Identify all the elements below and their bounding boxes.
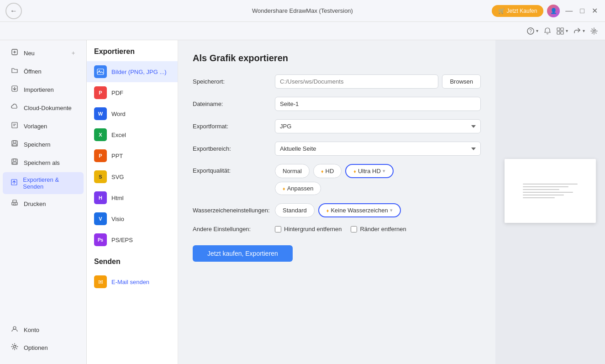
titlebar: ← Wondershare EdrawMax (Testversion) 🛒 J… [0, 0, 605, 22]
notification-icon[interactable] [544, 27, 551, 35]
raender-checkbox[interactable] [351, 226, 357, 232]
svg-rect-20 [13, 162, 16, 164]
page-title: Als Grafik exportieren [193, 53, 481, 63]
html-label: Html [111, 195, 124, 201]
app-title: Wondershare EdrawMax (Testversion) [252, 7, 353, 14]
quality-hd-button[interactable]: ♦ HD [313, 164, 342, 178]
back-button[interactable]: ← [5, 3, 22, 19]
exportformat-select[interactable]: JPG PNG BMP SVG TIFF [275, 119, 481, 133]
sidebar-item-cloud[interactable]: Cloud-Dokumente [3, 99, 84, 116]
hintergrund-label: Hintergrund entfernen [284, 226, 342, 232]
sidebar-label-drucken: Drucken [24, 200, 46, 207]
speicherort-input[interactable] [275, 74, 438, 89]
svg-rect-2 [557, 28, 560, 31]
cart-icon: 🛒 [498, 8, 505, 14]
word-icon: W [94, 107, 107, 120]
grid-icon[interactable]: ▾ [557, 27, 568, 35]
preview-area [495, 40, 605, 364]
neu-icon [10, 48, 19, 58]
help-icon[interactable]: ? ▾ [527, 27, 538, 35]
quality-normal-button[interactable]: Normal [275, 164, 310, 178]
sidebar-item-neu[interactable]: Neu ＋ [3, 44, 84, 62]
maximize-button[interactable]: □ [578, 5, 586, 17]
sidebar-item-exportieren[interactable]: Exportieren & Senden [3, 172, 84, 194]
checkbox-hintergrund[interactable]: Hintergrund entfernen [275, 226, 342, 232]
speichern-als-icon [10, 158, 19, 167]
preview-line-3 [523, 189, 559, 190]
close-button[interactable]: ✕ [590, 5, 600, 17]
browse-button[interactable]: Browsen [442, 74, 481, 89]
sidebar-item-speichern-als[interactable]: Speichern als [3, 154, 84, 171]
sidebar-item-drucken[interactable]: Drucken [3, 195, 84, 212]
form-row-exportqualitaet: Exportqualität: Normal ♦ HD ♦ Ultra HD ▾ [193, 164, 481, 195]
ppt-icon: P [94, 149, 107, 162]
speicherort-label: Speicherort: [193, 78, 275, 85]
exportqualitaet-label: Exportqualität: [193, 164, 275, 174]
dateiname-input[interactable] [275, 97, 481, 111]
export-item-ps[interactable]: Ps PS/EPS [87, 229, 178, 250]
quality-anpassen-label: Anpassen [287, 185, 314, 192]
quality-anpassen-button[interactable]: ♦ Anpassen [275, 182, 321, 195]
sidebar-label-optionen: Optionen [24, 344, 48, 351]
drucken-icon [10, 199, 19, 208]
email-label: E-Mail senden [111, 279, 149, 285]
checkbox-raender[interactable]: Ränder entfernen [351, 226, 406, 232]
toolbar: ? ▾ ▾ ▾ [0, 22, 605, 40]
ps-label: PS/EPS [111, 237, 133, 243]
email-icon: ✉ [94, 275, 107, 288]
preview-line-2 [523, 186, 568, 187]
export-item-bilder[interactable]: Bilder (PNG, JPG ...) [87, 61, 178, 82]
sidebar-label-konto: Konto [24, 327, 39, 333]
sidebar-item-vorlagen[interactable]: Vorlagen [3, 117, 84, 135]
sidebar-item-speichern[interactable]: Speichern [3, 136, 84, 153]
preview-line-4 [523, 192, 573, 193]
preview-line-5 [523, 195, 564, 195]
exportbereich-select[interactable]: Aktuelle Seite Alle Seiten Ausgewählte O… [275, 142, 481, 156]
vorlagen-icon [10, 121, 19, 131]
export-item-word[interactable]: W Word [87, 103, 178, 124]
export-section-title: Exportieren [87, 47, 178, 61]
exportformat-label: Exportformat: [193, 123, 275, 130]
speicherort-control: Browsen [275, 74, 481, 89]
buy-button[interactable]: 🛒 Jetzt Kaufen [492, 5, 544, 17]
buy-label: Jetzt Kaufen [507, 8, 537, 14]
watermark-standard-button[interactable]: Standard [275, 203, 315, 217]
export-action-button[interactable]: Jetzt kaufen, Exportieren [193, 245, 293, 262]
export-item-svg[interactable]: S SVG [87, 166, 178, 187]
hintergrund-checkbox[interactable] [275, 226, 281, 232]
preview-card [505, 159, 596, 223]
sidebar-item-konto[interactable]: Konto [3, 321, 84, 338]
share-icon[interactable]: ▾ [573, 27, 585, 35]
export-item-visio[interactable]: V Visio [87, 208, 178, 229]
andere-label: Andere Einstellungen: [193, 226, 275, 232]
form-row-exportbereich: Exportbereich: Aktuelle Seite Alle Seite… [193, 142, 481, 156]
sidebar-label-offnen: Öffnen [24, 68, 42, 75]
export-item-pdf[interactable]: P PDF [87, 82, 178, 103]
watermark-keine-button[interactable]: ♦ Keine Wasserzeichen ▾ [318, 203, 401, 217]
svg-point-26 [13, 327, 16, 329]
speichern-icon [10, 140, 19, 149]
send-item-email[interactable]: ✉ E-Mail senden [87, 271, 178, 292]
exportieren-icon [10, 179, 18, 188]
sidebar-label-speichern-als: Speichern als [24, 159, 60, 166]
export-item-excel[interactable]: X Excel [87, 124, 178, 145]
export-item-html[interactable]: H Html [87, 187, 178, 208]
quality-hd-label: HD [326, 168, 334, 174]
minimize-button[interactable]: — [563, 5, 574, 17]
sidebar-item-offnen[interactable]: Öffnen [3, 63, 84, 80]
visio-icon: V [94, 212, 107, 225]
svg-rect-16 [13, 141, 16, 143]
sidebar-item-importieren[interactable]: Importieren [3, 81, 84, 98]
settings-icon[interactable] [590, 27, 598, 35]
form-row-andere: Andere Einstellungen: Hintergrund entfer… [193, 226, 481, 232]
exportqualitaet-control: Normal ♦ HD ♦ Ultra HD ▾ ♦ Anpas [275, 164, 481, 195]
quality-normal-label: Normal [283, 168, 302, 174]
avatar[interactable]: 👤 [547, 5, 560, 17]
sidebar-item-optionen[interactable]: Optionen [3, 339, 84, 356]
quality-ultrahd-button[interactable]: ♦ Ultra HD ▾ [345, 164, 393, 178]
svg-text:?: ? [529, 29, 532, 34]
excel-label: Excel [111, 132, 126, 138]
main-layout: Neu ＋ Öffnen Importieren Cloud-Dokumente [0, 40, 605, 364]
svg-rect-25 [13, 204, 16, 205]
export-item-ppt[interactable]: P PPT [87, 145, 178, 166]
